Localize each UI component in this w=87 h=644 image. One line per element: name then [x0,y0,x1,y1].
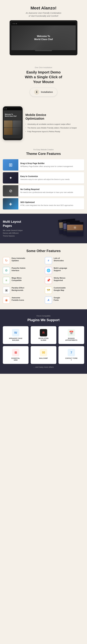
feature-card-text-seo: SEO Optimized HTML code integrated into … [18,200,75,208]
feature-item-admin: ⚙ Powerful AdminInterface [3,267,42,274]
pages-stack: WelcomeTo All WorldClass [59,218,84,239]
mailchimp-icon: ✉ [40,349,47,356]
feature-desc-customize: Awesome easy-to-use options will adjust … [20,178,70,181]
nav-dot-3 [16,23,17,24]
multilang-text: Multi LanguageSupport [54,267,67,272]
essential-label: ESSENTIALGRID [12,358,20,361]
revolution-label: REVOLUTIONSLIDER [38,338,48,341]
feature-item-googlefonts: A GoogleFonts [45,296,84,304]
plugins-section: Fine & Compatible Plugins We Support W W… [0,309,87,374]
admin-icon: ⚙ [5,269,8,272]
mobile-features-list: Absolutely all scrollable sections suppo… [26,122,84,134]
phone-img-1 [4,120,12,128]
mobile-heading: Mobile DeviceOptimization [26,113,84,120]
googlefonts-label: GoogleFonts [54,296,60,302]
plugin-mailchimp: ✉ MAILCHIMP [31,346,56,364]
import-section: One Click Installation Easily Import Dem… [0,61,87,102]
updates-icon: ↻ [5,259,8,262]
drag-icon: ⊞ [9,162,12,168]
feature-title-coding: No Coding Required [20,188,73,190]
shortcodes-icon-box: # [45,257,52,264]
parallax-label: Parallax EffectBackgrounds [12,287,24,292]
mobile-section: Welcome ToWorld Class Chef Mobile Device… [0,102,87,144]
plugins-small-label: Fine & Compatible [3,315,84,317]
feature-card-coding: ⊘ No Coding Required No need to be a pro… [3,185,84,196]
fontello-text: AwesomeFontello Icons [12,296,24,302]
feature-item-fontello: ◉ AwesomeFontello Icons [3,296,42,304]
mobile-feature-3: Fully Responsive layout & Retina Ready [26,130,84,134]
feature-desc-seo: HTML code integrated into the theme meet… [20,204,73,207]
multi-layout-heading: Multi LayoutPages [3,220,56,228]
shortcodes-text: Lots ofShortcodes [54,257,64,262]
coding-icon: ⊘ [9,188,12,193]
multi-layout-desc: We create Several UniqueDemos with Diffe… [3,229,56,237]
googlemaps-icon: 🗺 [47,288,50,292]
revolution-icon: R [40,329,47,336]
phone-img-2 [13,120,22,128]
seo-icon: ◈ [9,202,12,206]
features-heading: Theme Core Features [3,152,84,156]
phone-img-3 [4,128,12,135]
multilang-label: Multi LanguageSupport [54,267,67,272]
updates-label: Easy AutomaticUpdates [12,257,25,262]
nav-dot-2 [14,23,15,24]
feature-item-parallax: ▣ Parallax EffectBackgrounds [3,287,42,294]
parallax-text: Parallax EffectBackgrounds [12,287,24,292]
phone-img-4 [13,128,22,135]
feature-item-shortcodes: # Lots ofShortcodes [45,257,84,264]
wpbakery-icon: W [12,329,19,336]
plugin-wpbakery: W WPBAKERY PAGEBUILDER [3,326,28,344]
feature-item-googlemaps: 🗺 CustomizableGoogle Map [45,287,84,294]
plugin-revolution: R REVOLUTIONSLIDER [31,326,56,344]
megamenu-label: Mega MenuCompatible [12,277,22,282]
updates-icon-box: ↻ [3,257,10,264]
feature-card-drag: ⊞ Drag & Drop Page Builder WPBakery Page… [3,159,84,170]
multi-layout-section: Multi LayoutPages We create Several Uniq… [0,214,87,243]
feature-grid: ↻ Easy AutomaticUpdates # Lots ofShortco… [3,257,84,304]
feature-card-text-customize: Easy to Customize Awesome easy-to-use op… [18,174,72,182]
mobile-text: Mobile DeviceOptimization Absolutely all… [26,113,84,134]
booked-icon: 📅 [68,329,75,336]
hero-section: Meet Alanzo! An Awesome User-Friendly Co… [0,0,87,61]
googlefonts-icon-box: A [45,296,52,304]
essential-icon: ⊞ [12,349,19,356]
feature-item-sticky: 📌 Sticky MenusSupported [45,277,84,284]
parallax-icon: ▣ [5,288,8,292]
mailchimp-icon-char: ✉ [42,350,45,355]
multilang-icon-box: 🌐 [45,267,52,274]
plugins-more: ... and many more others [3,366,84,368]
fontello-icon: ◉ [5,298,8,302]
page-card-3: ChefStyle [66,222,84,236]
feature-card-img-coding: ⊘ [3,185,18,196]
contact-icon: 7 [68,349,75,356]
import-heading: Easily Import DemoWith a Single Click of… [3,70,84,84]
phone-images [4,120,22,135]
feature-item-updates: ↻ Easy AutomaticUpdates [3,257,42,264]
plugin-contactform: 7 CONTACT FORM7 [58,346,84,364]
sticky-icon-box: 📌 [45,277,52,284]
other-features-section: Some Other Features ↻ Easy AutomaticUpda… [0,243,87,309]
hero-title: Meet Alanzo! [3,6,84,10]
import-small-label: One Click Installation [3,66,84,68]
feature-desc-coding: No need to be a professional web develop… [20,191,73,194]
parallax-icon-box: ▣ [3,287,10,294]
fontello-label: AwesomeFontello Icons [12,296,24,302]
feature-card-customize: ✦ Easy to Customize Awesome easy-to-use … [3,172,84,184]
laptop-foot [35,50,52,51]
admin-icon-box: ⚙ [3,267,10,274]
phone-content-top: Welcome ToWorld Class Chef [4,110,22,120]
sticky-text: Sticky MenusSupported [54,277,66,282]
install-button[interactable]: ⬇ Installation [30,88,57,96]
sticky-label: Sticky MenusSupported [54,277,66,282]
feature-card-img-seo: ◈ [3,198,18,210]
install-button-label: Installation [41,91,53,93]
googlefonts-text: GoogleFonts [54,296,60,302]
phone-nav-dot-1 [4,108,5,109]
shortcodes-icon: # [48,260,49,262]
feature-card-img-customize: ✦ [3,172,18,184]
feature-item-multilang: 🌐 Multi LanguageSupport [45,267,84,274]
booked-label: BOOKEDAPPOINTMENTS [65,338,77,341]
feature-title-customize: Easy to Customize [20,175,70,178]
features-header: For Easy Website Creation Theme Core Fea… [0,144,87,157]
laptop-overlay-text: Welcome ToWorld Class Chef [34,35,53,41]
